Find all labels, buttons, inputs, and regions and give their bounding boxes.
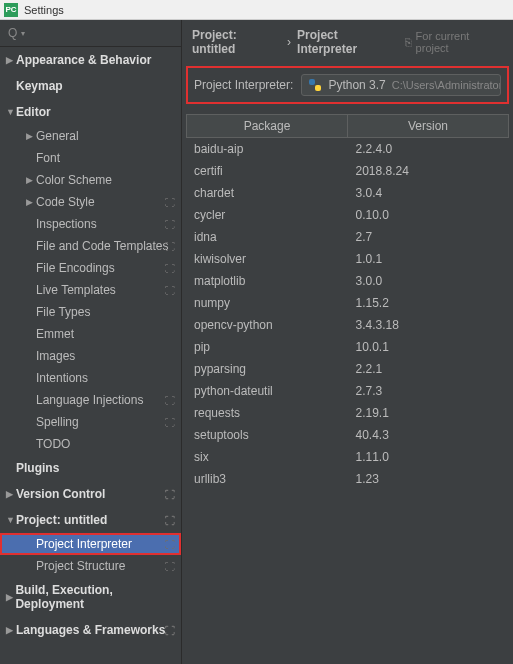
main-layout: Q ▾ ▶Appearance & BehaviorKeymap▼Editor▶… xyxy=(0,20,513,664)
cell-version: 1.11.0 xyxy=(348,448,510,466)
tree-item-label: Images xyxy=(36,349,75,363)
table-row[interactable]: python-dateutil2.7.3 xyxy=(186,380,509,402)
arrow-icon: ▼ xyxy=(6,515,16,525)
table-row[interactable]: chardet3.0.4 xyxy=(186,182,509,204)
search-box[interactable]: Q ▾ xyxy=(0,20,181,47)
tree-item-file-types[interactable]: File Types xyxy=(0,301,181,323)
gear-icon: ⛶ xyxy=(165,515,175,526)
tree-item-label: Code Style xyxy=(36,195,95,209)
tree-item-file-and-code-templates[interactable]: File and Code Templates⛶ xyxy=(0,235,181,257)
cell-package: kiwisolver xyxy=(186,250,348,268)
cell-version: 10.0.1 xyxy=(348,338,510,356)
tree-item-label: Plugins xyxy=(16,461,59,475)
tree-item-appearance-behavior[interactable]: ▶Appearance & Behavior xyxy=(0,47,181,73)
gear-icon: ⛶ xyxy=(165,489,175,500)
tree-item-intentions[interactable]: Intentions xyxy=(0,367,181,389)
window-title: Settings xyxy=(24,4,64,16)
tree-item-language-injections[interactable]: Language Injections⛶ xyxy=(0,389,181,411)
tree-item-label: Color Scheme xyxy=(36,173,112,187)
gear-icon: ⛶ xyxy=(165,241,175,252)
breadcrumb: Project: untitled › Project Interpreter … xyxy=(182,20,513,66)
tree-item-label: Language Injections xyxy=(36,393,143,407)
tree-item-font[interactable]: Font xyxy=(0,147,181,169)
for-project-label: For current project xyxy=(416,30,503,54)
tree-item-label: TODO xyxy=(36,437,70,451)
breadcrumb-sep: › xyxy=(287,35,291,49)
tree-item-keymap[interactable]: Keymap xyxy=(0,73,181,99)
tree-item-plugins[interactable]: Plugins xyxy=(0,455,181,481)
cell-version: 1.15.2 xyxy=(348,294,510,312)
interpreter-label: Project Interpreter: xyxy=(194,78,293,92)
tree-item-project-untitled[interactable]: ▼Project: untitled⛶ xyxy=(0,507,181,533)
tree-item-spelling[interactable]: Spelling⛶ xyxy=(0,411,181,433)
tree-item-label: Keymap xyxy=(16,79,63,93)
table-row[interactable]: kiwisolver1.0.1 xyxy=(186,248,509,270)
tree-item-label: Project: untitled xyxy=(16,513,107,527)
interpreter-name: Python 3.7 xyxy=(328,78,385,92)
table-row[interactable]: certifi2018.8.24 xyxy=(186,160,509,182)
cell-package: numpy xyxy=(186,294,348,312)
tree-item-label: Font xyxy=(36,151,60,165)
tree-item-languages-frameworks[interactable]: ▶Languages & Frameworks⛶ xyxy=(0,617,181,643)
arrow-icon: ▶ xyxy=(6,625,16,635)
cell-version: 1.0.1 xyxy=(348,250,510,268)
cell-version: 3.0.0 xyxy=(348,272,510,290)
interpreter-select[interactable]: Python 3.7 C:\Users\Administrator\AppDat… xyxy=(301,74,501,96)
tree-item-file-encodings[interactable]: File Encodings⛶ xyxy=(0,257,181,279)
arrow-icon: ▶ xyxy=(26,197,36,207)
arrow-icon: ▶ xyxy=(26,175,36,185)
tree-item-project-interpreter[interactable]: Project Interpreter⛶ xyxy=(0,533,181,555)
tree-item-label: Emmet xyxy=(36,327,74,341)
table-row[interactable]: opencv-python3.4.3.18 xyxy=(186,314,509,336)
arrow-icon: ▼ xyxy=(6,107,16,117)
tree-item-code-style[interactable]: ▶Code Style⛶ xyxy=(0,191,181,213)
tree-item-inspections[interactable]: Inspections⛶ xyxy=(0,213,181,235)
table-row[interactable]: cycler0.10.0 xyxy=(186,204,509,226)
table-row[interactable]: setuptools40.4.3 xyxy=(186,424,509,446)
cell-version: 2.2.4.0 xyxy=(348,140,510,158)
cell-version: 2.19.1 xyxy=(348,404,510,422)
table-row[interactable]: requests2.19.1 xyxy=(186,402,509,424)
tree-item-label: Build, Execution, Deployment xyxy=(15,583,175,611)
sidebar: Q ▾ ▶Appearance & BehaviorKeymap▼Editor▶… xyxy=(0,20,182,664)
table-row[interactable]: matplotlib3.0.0 xyxy=(186,270,509,292)
table-row[interactable]: pyparsing2.2.1 xyxy=(186,358,509,380)
tree-item-build-execution-deployment[interactable]: ▶Build, Execution, Deployment xyxy=(0,577,181,617)
table-row[interactable]: pip10.0.1 xyxy=(186,336,509,358)
cell-version: 3.0.4 xyxy=(348,184,510,202)
gear-icon: ⛶ xyxy=(165,219,175,230)
tree-item-project-structure[interactable]: Project Structure⛶ xyxy=(0,555,181,577)
tree-item-version-control[interactable]: ▶Version Control⛶ xyxy=(0,481,181,507)
tree-item-label: File Types xyxy=(36,305,90,319)
tree-item-emmet[interactable]: Emmet xyxy=(0,323,181,345)
cell-package: baidu-aip xyxy=(186,140,348,158)
col-version[interactable]: Version xyxy=(348,115,508,137)
gear-icon: ⛶ xyxy=(165,263,175,274)
cell-version: 40.4.3 xyxy=(348,426,510,444)
settings-tree: ▶Appearance & BehaviorKeymap▼Editor▶Gene… xyxy=(0,47,181,664)
tree-item-editor[interactable]: ▼Editor xyxy=(0,99,181,125)
table-row[interactable]: six1.11.0 xyxy=(186,446,509,468)
gear-icon: ⛶ xyxy=(165,417,175,428)
for-current-project: ⎘ For current project xyxy=(405,30,503,54)
chevron-down-icon: ▾ xyxy=(21,29,25,38)
gear-icon: ⛶ xyxy=(165,561,175,572)
tree-item-label: File Encodings xyxy=(36,261,115,275)
tree-item-color-scheme[interactable]: ▶Color Scheme xyxy=(0,169,181,191)
table-row[interactable]: baidu-aip2.2.4.0 xyxy=(186,138,509,160)
col-package[interactable]: Package xyxy=(187,115,348,137)
tree-item-label: Appearance & Behavior xyxy=(16,53,151,67)
tree-item-images[interactable]: Images xyxy=(0,345,181,367)
tree-item-label: Spelling xyxy=(36,415,79,429)
cell-package: setuptools xyxy=(186,426,348,444)
packages-table: Package Version baidu-aip2.2.4.0certifi2… xyxy=(186,114,509,664)
table-row[interactable]: numpy1.15.2 xyxy=(186,292,509,314)
tree-item-live-templates[interactable]: Live Templates⛶ xyxy=(0,279,181,301)
table-row[interactable]: idna2.7 xyxy=(186,226,509,248)
arrow-icon: ▶ xyxy=(6,55,16,65)
cell-version: 1.23 xyxy=(348,470,510,488)
tree-item-todo[interactable]: TODO xyxy=(0,433,181,455)
table-row[interactable]: urllib31.23 xyxy=(186,468,509,490)
arrow-icon: ▶ xyxy=(26,131,36,141)
tree-item-general[interactable]: ▶General xyxy=(0,125,181,147)
